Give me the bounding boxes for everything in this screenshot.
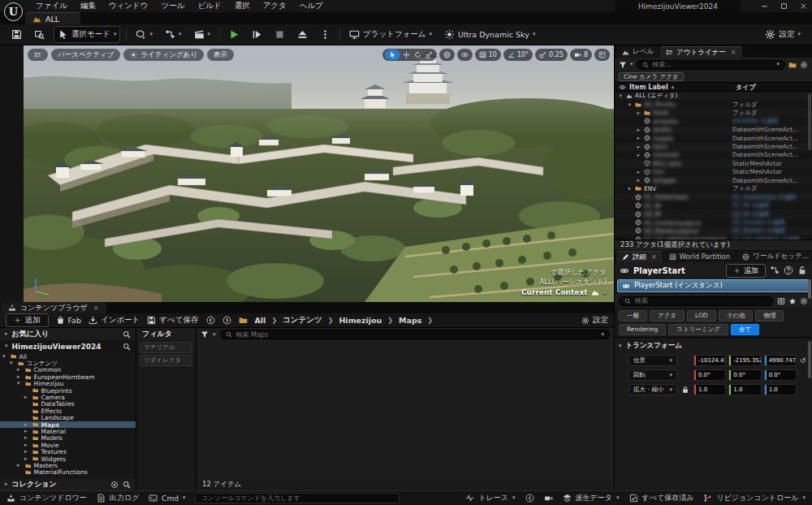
outliner-row[interactable]: 11_13_nabekourousyagura11_13_nabekou を編集: [615, 235, 812, 240]
save-button[interactable]: [8, 27, 25, 42]
save-all-button[interactable]: すべて保存: [147, 315, 198, 326]
level-icon[interactable]: [591, 288, 599, 296]
gear-icon[interactable]: [800, 297, 808, 305]
details-filter-chip[interactable]: LOD: [687, 310, 716, 322]
expand-arrow[interactable]: ▾: [17, 381, 23, 386]
details-lower-scrollbar[interactable]: [808, 341, 811, 378]
menubar-item[interactable]: ファイル: [29, 0, 74, 12]
axis-value-field[interactable]: 0.0°: [728, 369, 761, 381]
details-filter-chip[interactable]: アクタ: [650, 310, 685, 322]
type-column-header[interactable]: タイプ: [736, 83, 812, 92]
play-button[interactable]: [226, 27, 243, 42]
menubar-item[interactable]: ウィンドウ: [102, 0, 155, 12]
blueprints-dropdown[interactable]: ▾: [162, 27, 185, 42]
filter-chip[interactable]: リダイレクタ: [140, 355, 192, 366]
add-actor-dropdown[interactable]: ▾: [132, 27, 156, 42]
collections-header[interactable]: ▸コレクション: [0, 478, 136, 490]
all-saved-button[interactable]: すべて保存済み: [629, 493, 694, 503]
expand-arrow[interactable]: ▸: [17, 367, 23, 373]
expand-arrow[interactable]: ▸: [24, 422, 30, 428]
expand-arrow[interactable]: ▾: [2, 354, 8, 360]
trace-dropdown[interactable]: トレース▾: [465, 493, 515, 503]
axis-value-field[interactable]: -10124.4340: [693, 355, 726, 366]
axis-value-field[interactable]: 4990.7475: [764, 355, 797, 366]
project-root-row[interactable]: ▾HimezijouViewer2024: [0, 340, 136, 352]
gear-icon[interactable]: [800, 61, 808, 69]
details-filter-chip[interactable]: 物理: [755, 310, 784, 322]
perspective-dropdown[interactable]: パースペクティブ: [51, 49, 120, 61]
derived-data-dropdown[interactable]: 派生データ▾: [563, 493, 620, 503]
content-drawer-button[interactable]: コンテンツドロワー: [6, 493, 87, 503]
folder-tree-row[interactable]: ▾コンテンツ: [0, 360, 136, 366]
cine-camera-actor-chip[interactable]: Cine カメラ アクタ: [619, 72, 684, 81]
lock-icon[interactable]: [797, 265, 807, 275]
outliner-row[interactable]: 06_Rokakuyagura06_Rokaku を編集: [615, 227, 812, 235]
display-options-icon[interactable]: [777, 297, 785, 305]
search-icon[interactable]: [123, 481, 131, 489]
tab-content-browser[interactable]: コンテンツブラウザ ×: [1, 302, 106, 313]
axis-value-field[interactable]: -2195.352184: [728, 355, 761, 366]
outliner-row[interactable]: ▸kaunDatasmithSceneAct...: [615, 142, 812, 150]
expand-arrow[interactable]: ▸: [24, 429, 30, 434]
folder-tree-row[interactable]: ▸Models: [0, 435, 136, 442]
move-tool-button[interactable]: [403, 51, 410, 58]
tab-world-partition[interactable]: World Partition: [663, 251, 736, 262]
ultra-dynamic-sky-dropdown[interactable]: Ultra Dynamic Sky▾: [441, 27, 538, 42]
select-tool-button[interactable]: [385, 50, 400, 60]
breadcrumb-item[interactable]: Maps: [399, 316, 421, 325]
expand-arrow[interactable]: ▸: [24, 442, 30, 448]
asset-search-input[interactable]: [236, 331, 598, 339]
expand-arrow[interactable]: ▸: [17, 374, 23, 380]
folder-tree-row[interactable]: Blueprints: [0, 387, 136, 394]
outliner-row[interactable]: ▸aodenDatasmithSceneAct...: [615, 126, 812, 134]
view-mode-dropdown[interactable]: ライティングあり: [123, 49, 204, 61]
surface-snapping-button[interactable]: [461, 51, 469, 58]
outliner-row[interactable]: ▸horiStaticMeshActor: [615, 168, 812, 176]
axis-value-field[interactable]: 1.0: [728, 384, 761, 395]
tab-level-all[interactable]: ALL: [25, 12, 80, 24]
browse-content-button[interactable]: [31, 27, 48, 42]
menubar-item[interactable]: 選択: [228, 0, 257, 12]
outliner-row[interactable]: 02_NI02_NI を編集: [615, 201, 812, 209]
expand-arrow[interactable]: ▸: [24, 456, 30, 462]
details-filter-chip[interactable]: Rendering: [619, 324, 666, 335]
viewport-menu-button[interactable]: [28, 49, 48, 61]
folder-tree-row[interactable]: ▸Material: [0, 428, 136, 434]
expand-arrow[interactable]: ▸: [636, 152, 641, 158]
maximize-icon[interactable]: [780, 2, 788, 10]
transform-header[interactable]: ▾トランスフォーム: [619, 340, 808, 352]
expand-arrow[interactable]: ▾: [627, 101, 633, 108]
folder-tree-row[interactable]: ▸Textures: [0, 448, 136, 455]
details-search-box[interactable]: [619, 296, 774, 306]
new-folder-icon[interactable]: [788, 61, 797, 69]
axis-value-field[interactable]: 1.0: [693, 384, 726, 395]
close-tab-icon[interactable]: ×: [651, 253, 657, 261]
forward-button[interactable]: [222, 316, 231, 325]
menubar-item[interactable]: ツール: [155, 0, 192, 12]
platforms-dropdown[interactable]: プラットフォーム▾: [346, 27, 435, 42]
details-filter-chip[interactable]: 全て: [731, 324, 759, 335]
outliner-row[interactable]: Mini_sotoStaticMeshActor: [615, 159, 812, 167]
details-search-input[interactable]: [635, 297, 768, 304]
folder-tree-row[interactable]: ▸EuropeanHornbeam: [0, 373, 136, 380]
search-icon[interactable]: [123, 330, 131, 339]
axis-value-field[interactable]: 0.0°: [693, 369, 726, 381]
cinematics-dropdown[interactable]: ▾: [191, 27, 214, 42]
tab-levels[interactable]: レベル: [616, 46, 659, 58]
minimize-icon[interactable]: [761, 2, 768, 10]
expand-arrow[interactable]: ▸: [24, 395, 30, 400]
outliner-row[interactable]: 01_Dobemaya01_Dobemaya を編集: [615, 193, 812, 201]
folder-tree-row[interactable]: Landscape: [0, 415, 136, 421]
details-filter-chip[interactable]: ストリーミング: [668, 324, 728, 335]
tab-world-settings[interactable]: ワールドセッテ...: [736, 251, 812, 262]
expand-arrow[interactable]: ▸: [636, 135, 641, 141]
details-filter-chip[interactable]: 一般: [619, 310, 647, 322]
expand-arrow[interactable]: ▸: [636, 144, 641, 150]
target-icon[interactable]: [110, 481, 119, 489]
title-bar[interactable]: U ファイル編集ウィンドウツールビルド選択アクタヘルプ HimezijouVie…: [0, 0, 812, 12]
breadcrumb-item[interactable]: All: [255, 316, 266, 325]
expand-arrow[interactable]: ▸: [636, 169, 641, 175]
folder-tree-row[interactable]: ▸Maps: [0, 421, 136, 428]
axis-value-field[interactable]: 1.0: [764, 384, 797, 395]
breadcrumb-item[interactable]: Himezijou: [339, 316, 382, 325]
